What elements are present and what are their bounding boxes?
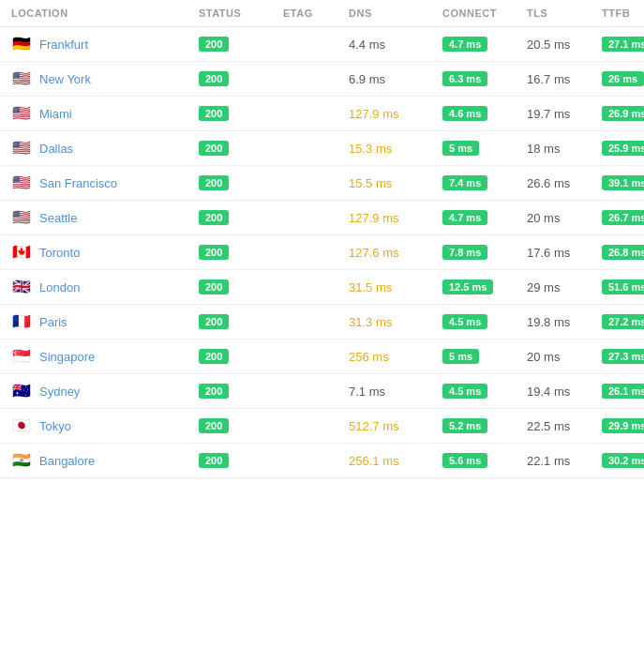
location-name[interactable]: Tokyo	[39, 419, 71, 433]
tls-cell: 19.8 ms	[527, 315, 602, 329]
dns-cell: 31.5 ms	[349, 280, 442, 294]
connect-badge: 4.7 ms	[442, 210, 487, 225]
status-badge: 200	[199, 175, 229, 190]
connect-cell: 4.7 ms	[442, 37, 527, 52]
ttfb-cell: 30.2 ms	[602, 453, 644, 468]
flag-icon: 🇺🇸	[11, 175, 32, 190]
location-name[interactable]: Seattle	[39, 211, 77, 225]
table-row[interactable]: 🇯🇵Tokyo200512.7 ms5.2 ms22.5 ms29.9 ms	[0, 409, 644, 444]
ttfb-cell: 26.7 ms	[602, 210, 644, 225]
tls-cell: 20.5 ms	[527, 38, 602, 52]
connect-badge: 4.7 ms	[442, 37, 487, 52]
flag-icon: 🇬🇧	[11, 279, 32, 294]
header-tls: TLS	[527, 8, 602, 19]
location-cell: 🇫🇷Paris	[11, 314, 199, 329]
performance-table: LOCATION STATUS ETAG DNS CONNECT TLS TTF…	[0, 0, 644, 478]
location-name[interactable]: Bangalore	[39, 454, 95, 468]
dns-cell: 31.3 ms	[349, 315, 442, 329]
flag-icon: 🇮🇳	[11, 453, 32, 468]
connect-badge: 4.5 ms	[442, 384, 487, 399]
status-cell: 200	[199, 210, 283, 225]
table-row[interactable]: 🇮🇳Bangalore200256.1 ms5.6 ms22.1 ms30.2 …	[0, 444, 644, 478]
location-cell: 🇺🇸San Francisco	[11, 175, 199, 190]
status-badge: 200	[199, 418, 229, 433]
header-dns: DNS	[349, 8, 442, 19]
dns-cell: 15.3 ms	[349, 142, 442, 156]
ttfb-cell: 26.1 ms	[602, 384, 644, 399]
dns-cell: 127.9 ms	[349, 107, 442, 121]
tls-cell: 20 ms	[527, 350, 602, 364]
status-cell: 200	[199, 37, 283, 52]
location-name[interactable]: San Francisco	[39, 176, 117, 190]
tls-cell: 17.6 ms	[527, 246, 602, 260]
connect-badge: 5.6 ms	[442, 453, 487, 468]
connect-cell: 4.6 ms	[442, 106, 527, 121]
table-row[interactable]: 🇺🇸Seattle200127.9 ms4.7 ms20 ms26.7 ms	[0, 201, 644, 235]
table-row[interactable]: 🇦🇺Sydney2007.1 ms4.5 ms19.4 ms26.1 ms	[0, 374, 644, 409]
location-cell: 🇸🇬Singapore	[11, 349, 199, 364]
location-name[interactable]: Paris	[39, 315, 67, 329]
status-badge: 200	[199, 349, 229, 364]
ttfb-badge: 27.3 ms	[602, 349, 644, 364]
location-cell: 🇮🇳Bangalore	[11, 453, 199, 468]
table-row[interactable]: 🇨🇦Toronto200127.6 ms7.8 ms17.6 ms26.8 ms	[0, 235, 644, 270]
location-name[interactable]: London	[39, 280, 80, 294]
location-name[interactable]: Toronto	[39, 246, 80, 260]
location-name[interactable]: Dallas	[39, 142, 73, 156]
location-cell: 🇺🇸New York	[11, 71, 199, 86]
location-cell: 🇺🇸Miami	[11, 106, 199, 121]
table-row[interactable]: 🇺🇸Dallas20015.3 ms5 ms18 ms25.9 ms	[0, 131, 644, 166]
connect-cell: 4.7 ms	[442, 210, 527, 225]
dns-cell: 256.1 ms	[349, 454, 442, 468]
location-name[interactable]: Miami	[39, 107, 72, 121]
connect-cell: 7.8 ms	[442, 245, 527, 260]
ttfb-cell: 25.9 ms	[602, 141, 644, 156]
status-badge: 200	[199, 314, 229, 329]
location-name[interactable]: Singapore	[39, 350, 95, 364]
table-row[interactable]: 🇺🇸San Francisco20015.5 ms7.4 ms26.6 ms39…	[0, 166, 644, 201]
table-row[interactable]: 🇫🇷Paris20031.3 ms4.5 ms19.8 ms27.2 ms	[0, 305, 644, 340]
location-name[interactable]: Sydney	[39, 385, 80, 399]
ttfb-cell: 26.9 ms	[602, 106, 644, 121]
location-cell: 🇺🇸Dallas	[11, 141, 199, 156]
table-row[interactable]: 🇬🇧London20031.5 ms12.5 ms29 ms51.6 ms	[0, 270, 644, 305]
dns-cell: 127.6 ms	[349, 246, 442, 260]
header-etag: ETAG	[283, 8, 349, 19]
ttfb-cell: 39.1 ms	[602, 175, 644, 190]
status-cell: 200	[199, 106, 283, 121]
connect-cell: 6.3 ms	[442, 71, 527, 86]
table-row[interactable]: 🇺🇸New York2006.9 ms6.3 ms16.7 ms26 ms	[0, 62, 644, 97]
flag-icon: 🇺🇸	[11, 71, 32, 86]
status-badge: 200	[199, 384, 229, 399]
status-badge: 200	[199, 245, 229, 260]
table-row[interactable]: 🇩🇪Frankfurt2004.4 ms4.7 ms20.5 ms27.1 ms	[0, 27, 644, 62]
header-location: LOCATION	[11, 8, 199, 19]
status-badge: 200	[199, 71, 229, 86]
ttfb-cell: 51.6 ms	[602, 279, 644, 294]
location-name[interactable]: Frankfurt	[39, 38, 88, 52]
connect-badge: 5 ms	[442, 349, 479, 364]
ttfb-badge: 27.2 ms	[602, 314, 644, 329]
tls-cell: 18 ms	[527, 142, 602, 156]
dns-cell: 7.1 ms	[349, 385, 442, 399]
status-cell: 200	[199, 314, 283, 329]
header-connect: CONNECT	[442, 8, 527, 19]
connect-badge: 7.8 ms	[442, 245, 487, 260]
ttfb-cell: 29.9 ms	[602, 418, 644, 433]
ttfb-cell: 27.2 ms	[602, 314, 644, 329]
status-badge: 200	[199, 141, 229, 156]
location-cell: 🇺🇸Seattle	[11, 210, 199, 225]
ttfb-cell: 26.8 ms	[602, 245, 644, 260]
ttfb-badge: 29.9 ms	[602, 418, 644, 433]
ttfb-badge: 27.1 ms	[602, 37, 644, 52]
table-row[interactable]: 🇺🇸Miami200127.9 ms4.6 ms19.7 ms26.9 ms	[0, 97, 644, 131]
location-cell: 🇨🇦Toronto	[11, 245, 199, 260]
status-badge: 200	[199, 106, 229, 121]
location-name[interactable]: New York	[39, 72, 91, 86]
flag-icon: 🇩🇪	[11, 37, 32, 52]
dns-cell: 4.4 ms	[349, 38, 442, 52]
table-row[interactable]: 🇸🇬Singapore200256 ms5 ms20 ms27.3 ms	[0, 340, 644, 374]
status-cell: 200	[199, 279, 283, 294]
tls-cell: 22.5 ms	[527, 419, 602, 433]
status-cell: 200	[199, 245, 283, 260]
